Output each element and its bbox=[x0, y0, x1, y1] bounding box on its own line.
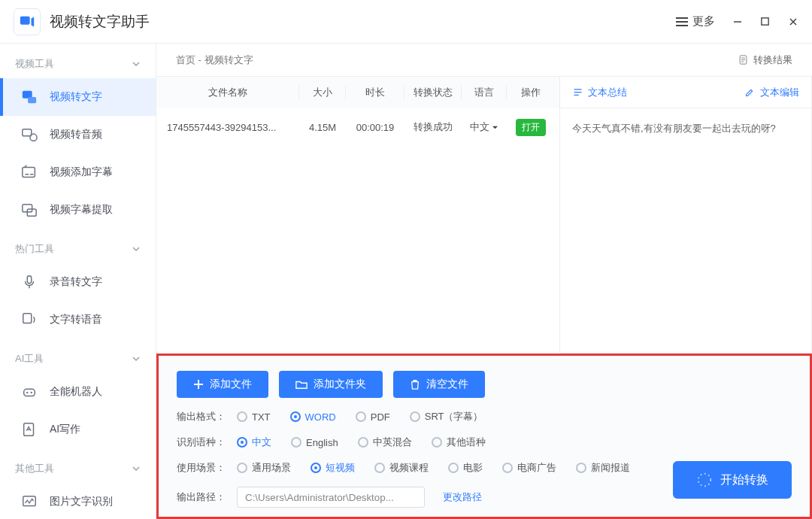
radio-zh[interactable]: 中文 bbox=[237, 436, 271, 449]
add-folder-button[interactable]: 添加文件夹 bbox=[279, 371, 383, 398]
minimize-button[interactable] bbox=[732, 16, 743, 27]
sidebar-item-label: 视频添加字幕 bbox=[50, 165, 113, 179]
radio-en[interactable]: English bbox=[291, 437, 338, 448]
radio-word[interactable]: WORD bbox=[290, 411, 336, 423]
transcript-text: 今天天气真不错,有没有朋友要一起出去玩的呀? bbox=[560, 108, 811, 149]
sidebar-item-label: 视频字幕提取 bbox=[50, 203, 113, 217]
sidebar-group-ai[interactable]: AI工具 bbox=[0, 338, 156, 373]
cell-lang[interactable]: 中文 bbox=[462, 120, 507, 134]
more-button[interactable]: 更多 bbox=[676, 14, 715, 29]
sidebar-group-video[interactable]: 视频工具 bbox=[0, 44, 156, 78]
crumb-home[interactable]: 首页 bbox=[176, 54, 195, 65]
svg-rect-10 bbox=[23, 314, 32, 323]
svg-rect-3 bbox=[28, 97, 36, 103]
svg-rect-9 bbox=[27, 276, 32, 284]
radio-mix[interactable]: 中英混合 bbox=[358, 436, 412, 449]
trash-icon bbox=[410, 379, 420, 390]
ai-write-icon bbox=[21, 421, 38, 438]
radio-txt[interactable]: TXT bbox=[237, 411, 271, 423]
subtitle-add-icon bbox=[21, 164, 38, 181]
btn-label: 添加文件 bbox=[210, 378, 252, 391]
svg-rect-4 bbox=[23, 129, 32, 136]
mic-icon bbox=[21, 274, 38, 290]
sidebar-item-label: 图片文字识别 bbox=[50, 495, 113, 508]
table-row[interactable]: 1745557443-39294153... 4.15M 00:00:19 转换… bbox=[156, 108, 559, 146]
lang-row: 识别语种： 中文 English 中英混合 其他语种 bbox=[177, 436, 792, 449]
btn-label: 添加文件夹 bbox=[314, 378, 366, 391]
radio-srt[interactable]: SRT（字幕） bbox=[410, 410, 483, 423]
sidebar-item-video-to-audio[interactable]: 视频转音频 bbox=[0, 116, 156, 153]
sidebar-item-text-to-speech[interactable]: 文字转语音 bbox=[0, 301, 156, 338]
text-panel: 文本总结 文本编辑 今天天气真不错,有没有朋友要一起出去玩的呀? bbox=[559, 77, 812, 354]
sidebar-group-hot[interactable]: 热门工具 bbox=[0, 229, 156, 263]
sidebar-item-video-add-sub[interactable]: 视频添加字幕 bbox=[0, 153, 156, 191]
radio-scene-movie[interactable]: 电影 bbox=[448, 461, 483, 475]
sidebar-item-video-extract-sub[interactable]: 视频字幕提取 bbox=[0, 191, 156, 229]
caret-down-icon bbox=[492, 124, 498, 131]
change-path-link[interactable]: 更改路径 bbox=[443, 490, 482, 504]
sidebar-item-ai-robot[interactable]: 全能机器人 bbox=[0, 373, 156, 411]
radio-scene-news[interactable]: 新闻报道 bbox=[576, 461, 630, 475]
radio-scene-short[interactable]: 短视频 bbox=[311, 461, 355, 475]
sidebar-item-label: 文字转语音 bbox=[50, 313, 102, 326]
row-label: 输出路径： bbox=[177, 490, 228, 504]
cell-op: 打开 bbox=[507, 119, 555, 136]
radio-pdf[interactable]: PDF bbox=[356, 411, 390, 423]
sidebar-group-other[interactable]: 其他工具 bbox=[0, 448, 156, 483]
edit-icon bbox=[744, 86, 756, 98]
close-button[interactable] bbox=[787, 16, 798, 27]
convert-icon bbox=[696, 472, 713, 488]
title-bar: 视频转文字助手 更多 bbox=[0, 0, 812, 44]
plus-icon bbox=[193, 379, 204, 390]
text-summary-link[interactable]: 文本总结 bbox=[572, 86, 627, 99]
chevron-down-icon bbox=[132, 244, 141, 253]
sidebar-item-label: 录音转文字 bbox=[50, 275, 102, 289]
btn-label: 清空文件 bbox=[426, 378, 468, 391]
sidebar-item-label: 视频转音频 bbox=[50, 128, 102, 141]
maximize-button[interactable] bbox=[759, 16, 771, 27]
start-convert-button[interactable]: 开始转换 bbox=[673, 461, 792, 499]
sidebar-item-label: 视频转文字 bbox=[50, 90, 102, 104]
file-table: 文件名称 大小 时长 转换状态 语言 操作 1745557443-3929415… bbox=[156, 77, 559, 354]
more-label: 更多 bbox=[692, 14, 715, 29]
col-lang: 语言 bbox=[462, 86, 507, 99]
video-audio-icon bbox=[21, 126, 38, 143]
radio-scene-ecom[interactable]: 电商广告 bbox=[502, 461, 556, 475]
app-logo bbox=[14, 8, 41, 35]
svg-rect-1 bbox=[762, 18, 768, 25]
doc-icon bbox=[738, 54, 749, 65]
sidebar-item-video-to-text[interactable]: 视频转文字 bbox=[0, 78, 156, 116]
lang-text: 中文 bbox=[470, 120, 489, 134]
btn-label: 开始转换 bbox=[720, 472, 768, 488]
tts-icon bbox=[21, 311, 38, 328]
sidebar-item-audio-to-text[interactable]: 录音转文字 bbox=[0, 263, 156, 301]
radio-scene-course[interactable]: 视频课程 bbox=[374, 461, 429, 475]
chevron-down-icon bbox=[132, 464, 141, 473]
cell-name: 1745557443-39294153... bbox=[156, 122, 299, 133]
output-path-input[interactable] bbox=[237, 487, 425, 508]
result-link[interactable]: 转换结果 bbox=[738, 53, 792, 67]
format-row: 输出格式： TXT WORD PDF SRT（字幕） bbox=[177, 410, 792, 423]
clear-button[interactable]: 清空文件 bbox=[393, 371, 485, 398]
svg-rect-15 bbox=[23, 496, 36, 506]
svg-rect-11 bbox=[24, 389, 35, 396]
subtitle-extract-icon bbox=[21, 202, 38, 218]
text-edit-link[interactable]: 文本编辑 bbox=[744, 86, 799, 99]
radio-scene-general[interactable]: 通用场景 bbox=[237, 461, 291, 475]
sidebar-item-ai-writing[interactable]: AI写作 bbox=[0, 411, 156, 448]
col-name: 文件名称 bbox=[156, 86, 299, 99]
group-title: AI工具 bbox=[15, 352, 44, 366]
summary-label: 文本总结 bbox=[588, 86, 627, 99]
crumb-sep: - bbox=[195, 54, 205, 65]
crumb-current: 视频转文字 bbox=[205, 54, 253, 65]
add-file-button[interactable]: 添加文件 bbox=[177, 371, 268, 398]
radio-other[interactable]: 其他语种 bbox=[432, 436, 486, 449]
open-button[interactable]: 打开 bbox=[516, 119, 546, 136]
list-icon bbox=[572, 86, 583, 98]
group-title: 其他工具 bbox=[15, 462, 54, 475]
row-label: 使用场景： bbox=[177, 461, 228, 475]
row-label: 识别语种： bbox=[177, 436, 228, 449]
sidebar-item-ocr[interactable]: 图片文字识别 bbox=[0, 483, 156, 519]
col-op: 操作 bbox=[507, 86, 555, 99]
result-label: 转换结果 bbox=[753, 53, 792, 67]
